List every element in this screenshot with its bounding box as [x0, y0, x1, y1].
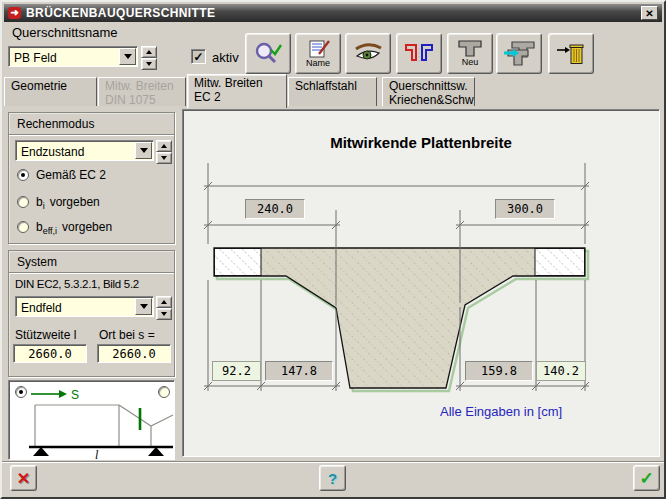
tab-label-line2: EC 2 [194, 90, 280, 104]
stuetzweite-field[interactable]: 2660.0 [13, 344, 87, 363]
chevron-down-icon[interactable] [119, 48, 136, 65]
querschnitt-spinner[interactable] [141, 46, 157, 67]
close-icon: ✕ [645, 8, 653, 19]
rechenmodus-title: Rechenmodus [9, 113, 174, 134]
view-button[interactable] [345, 33, 391, 74]
aktiv-checkbox[interactable]: ✓ [191, 49, 206, 64]
system-diagram-panel: S l [8, 380, 175, 460]
dim-140-2: 140.2 [536, 361, 586, 381]
tab-label: Geometrie [11, 79, 90, 93]
support-icon [148, 447, 164, 456]
neu-caption: Neu [462, 57, 479, 67]
magnifier-check-icon [252, 41, 284, 67]
help-button[interactable]: ? [319, 465, 346, 491]
querschnittsname-label: Querschnittsname [12, 25, 118, 40]
copy-section-button[interactable] [496, 33, 542, 74]
units-note: Alle Eingaben in [cm] [440, 404, 562, 419]
rechenmodus-combo[interactable]: Endzustand [15, 140, 154, 161]
system-group: System DIN EC2, 5.3.2.1, Bild 5.2 Endfel… [8, 250, 175, 377]
beam-diagram: S l [9, 381, 174, 459]
ort-label: Ort bei s = [99, 328, 155, 342]
tab-label-line2: Kriechen&Schw [389, 93, 468, 106]
spin-down-icon[interactable] [156, 308, 172, 320]
trash-icon [555, 42, 587, 66]
dim-240: 240.0 [245, 199, 305, 219]
tab-geometrie[interactable]: Geometrie [4, 77, 97, 106]
red-blue-t-icon [403, 42, 435, 66]
compare-sections-button[interactable] [396, 33, 442, 74]
eye-icon [352, 41, 384, 67]
chevron-down-icon[interactable] [135, 142, 152, 159]
feld-spinner[interactable] [156, 296, 172, 317]
app-icon: ➜ [8, 7, 21, 19]
help-icon: ? [328, 470, 337, 487]
titlebar: ➜ BRÜCKENBAUQUERSCHNITTE ✕ [4, 4, 662, 22]
drawing-title: Mitwirkende Plattenbreite [183, 134, 659, 151]
ort-field[interactable]: 2660.0 [97, 344, 171, 363]
delete-section-button[interactable] [548, 33, 594, 74]
cancel-button[interactable]: ✕ [10, 465, 37, 491]
copy-section-icon [502, 40, 536, 68]
tab-label-line2: DIN 1075 [105, 93, 179, 106]
spin-down-icon[interactable] [141, 58, 157, 70]
noneffective-right [535, 249, 585, 276]
dim-147-8: 147.8 [265, 361, 333, 381]
span-length-label: l [95, 448, 99, 459]
t-section-new-icon [457, 40, 483, 57]
rename-button[interactable]: Name [295, 33, 341, 74]
ok-button[interactable]: ✓ [633, 465, 660, 491]
check-section-button[interactable] [245, 33, 291, 74]
radio-gemaess-ec2[interactable] [17, 169, 29, 181]
radio-bi-vorgeben[interactable] [17, 196, 29, 208]
tab-mitw-breiten-din1075[interactable]: Mitw. Breiten DIN 1075 [98, 77, 186, 106]
rechenmodus-value: Endzustand [21, 145, 84, 159]
tab-querschnittswerte[interactable]: Querschnittsw. Kriechen&Schw [382, 77, 475, 106]
feld-value: Endfeld [21, 301, 62, 315]
support-icon [33, 447, 49, 456]
aktiv-label: aktiv [212, 50, 239, 65]
s-axis-label: S [71, 388, 79, 402]
dialog-window: ➜ BRÜCKENBAUQUERSCHNITTE ✕ Querschnittsn… [0, 0, 666, 499]
rechenmodus-spinner[interactable] [156, 140, 172, 161]
querschnittsname-value: PB Feld [14, 51, 57, 65]
name-caption: Name [306, 58, 330, 68]
tab-label: Schlaffstahl [295, 79, 370, 93]
cancel-icon: ✕ [17, 469, 30, 488]
radio-beffi-vorgeben[interactable] [17, 221, 29, 233]
confirm-icon: ✓ [639, 468, 653, 489]
close-button[interactable]: ✕ [641, 6, 658, 20]
dim-300: 300.0 [495, 199, 555, 219]
tab-label: Mitw. Breiten [105, 79, 179, 93]
separator [9, 134, 174, 136]
norm-reference-label: DIN EC2, 5.3.2.1, Bild 5.2 [15, 278, 139, 290]
tab-label: Querschnittsw. [389, 79, 468, 93]
spin-up-icon[interactable] [141, 46, 157, 58]
querschnittsname-combo[interactable]: PB Feld [8, 46, 138, 67]
noneffective-left [215, 249, 262, 276]
spin-up-icon[interactable] [156, 140, 172, 152]
arrow-right-icon [59, 390, 67, 398]
cross-section-drawing [183, 110, 659, 456]
tab-schlaffstahl[interactable]: Schlaffstahl [288, 77, 377, 106]
separator [9, 272, 174, 274]
tab-mitw-breiten-ec2[interactable]: Mitw. Breiten EC 2 [187, 74, 287, 108]
stuetzweite-label: Stützweite l [15, 328, 76, 342]
check-icon: ✓ [193, 51, 203, 63]
dim-92-2: 92.2 [212, 361, 261, 381]
dim-159-8: 159.8 [465, 361, 533, 381]
feld-combo[interactable]: Endfeld [15, 296, 154, 317]
section-canvas: Mitwirkende Plattenbreite 240.0 300.0 92… [182, 109, 660, 457]
spin-up-icon[interactable] [156, 296, 172, 308]
system-title: System [9, 251, 174, 272]
radio-bi-vorgeben-label: bivorgeben [36, 195, 100, 211]
chevron-down-icon[interactable] [135, 298, 152, 315]
new-section-button[interactable]: Neu [447, 33, 493, 74]
footer-divider [2, 461, 664, 463]
tab-label: Mitw. Breiten [194, 76, 280, 90]
name-edit-icon [304, 40, 332, 58]
window-title: BRÜCKENBAUQUERSCHNITTE [26, 6, 215, 20]
spin-down-icon[interactable] [156, 152, 172, 164]
rechenmodus-group: Rechenmodus Endzustand Gemäß EC 2 bivorg… [8, 112, 175, 244]
radio-beffi-vorgeben-label: beff,ivorgeben [36, 220, 112, 236]
radio-gemaess-ec2-label: Gemäß EC 2 [36, 168, 106, 182]
